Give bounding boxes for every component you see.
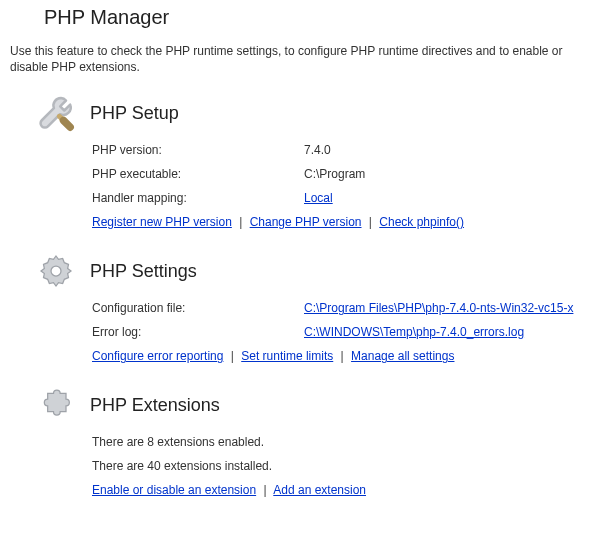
gear-icon — [36, 251, 76, 291]
puzzle-icon — [36, 385, 76, 425]
error-log-link[interactable]: C:\WINDOWS\Temp\php-7.4.0_errors.log — [304, 325, 524, 339]
page-title: PHP Manager — [44, 6, 595, 29]
check-phpinfo-link[interactable]: Check phpinfo() — [379, 215, 464, 229]
php-version-label: PHP version: — [92, 143, 292, 157]
configure-error-reporting-link[interactable]: Configure error reporting — [92, 349, 223, 363]
php-executable-label: PHP executable: — [92, 167, 292, 181]
register-php-link[interactable]: Register new PHP version — [92, 215, 232, 229]
error-log-label: Error log: — [92, 325, 292, 339]
config-file-label: Configuration file: — [92, 301, 292, 315]
enable-disable-extension-link[interactable]: Enable or disable an extension — [92, 483, 256, 497]
manage-all-settings-link[interactable]: Manage all settings — [351, 349, 454, 363]
section-title: PHP Settings — [90, 261, 197, 282]
section-php-extensions: PHP Extensions There are 8 extensions en… — [10, 385, 595, 497]
handler-mapping-link[interactable]: Local — [304, 191, 333, 205]
section-title: PHP Setup — [90, 103, 179, 124]
extensions-enabled-text: There are 8 extensions enabled. — [92, 435, 595, 449]
section-php-setup: PHP Setup PHP version: 7.4.0 PHP executa… — [10, 93, 595, 229]
svg-point-0 — [51, 266, 61, 276]
section-php-settings: PHP Settings Configuration file: C:\Prog… — [10, 251, 595, 363]
separator: | — [259, 483, 270, 497]
tools-icon — [36, 93, 76, 133]
separator: | — [365, 215, 376, 229]
change-php-link[interactable]: Change PHP version — [250, 215, 362, 229]
intro-text: Use this feature to check the PHP runtim… — [10, 43, 595, 75]
handler-mapping-label: Handler mapping: — [92, 191, 292, 205]
set-runtime-limits-link[interactable]: Set runtime limits — [241, 349, 333, 363]
extensions-installed-text: There are 40 extensions installed. — [92, 459, 595, 473]
config-file-link[interactable]: C:\Program Files\PHP\php-7.4.0-nts-Win32… — [304, 301, 573, 315]
separator: | — [337, 349, 348, 363]
section-title: PHP Extensions — [90, 395, 220, 416]
php-executable-value: C:\Program — [304, 167, 595, 181]
php-version-value: 7.4.0 — [304, 143, 595, 157]
separator: | — [235, 215, 246, 229]
add-extension-link[interactable]: Add an extension — [273, 483, 366, 497]
separator: | — [227, 349, 238, 363]
